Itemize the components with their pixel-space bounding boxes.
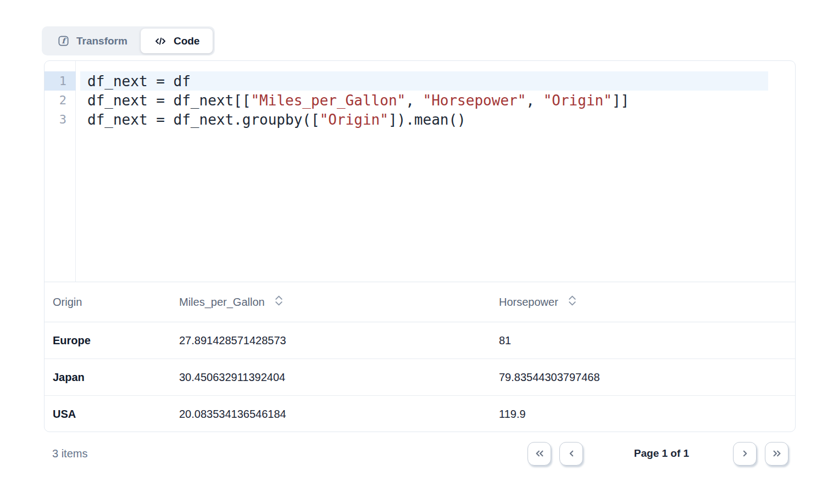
chevrons-right-icon (770, 446, 784, 461)
tab-transform[interactable]: f Transform (44, 29, 141, 53)
prev-page-button[interactable] (559, 442, 583, 466)
cell-origin: Japan (53, 371, 179, 384)
view-mode-tabbar: f Transform Code (42, 26, 215, 55)
string-token: "Origin" (543, 92, 612, 109)
code-brackets-icon (154, 35, 167, 48)
chevron-right-icon (738, 446, 752, 461)
column-header-label: Miles_per_Gallon (179, 296, 265, 309)
code-token: df_next = df_next[[ (87, 92, 251, 109)
editor-lines: 1df_next = df2df_next = df_next[["Miles_… (45, 71, 795, 129)
column-header-miles_per_gallon[interactable]: Miles_per_Gallon (179, 295, 499, 309)
line-content[interactable]: df_next = df (80, 71, 768, 91)
sort-updown-icon[interactable] (568, 295, 577, 309)
line-number: 2 (45, 91, 76, 110)
sort-updown-icon[interactable] (274, 295, 284, 309)
string-token: "Miles_per_Gallon" (251, 92, 406, 109)
table-row: USA20.083534136546184119.9 (45, 396, 795, 432)
code-token: df_next = df (87, 73, 191, 89)
first-page-button[interactable] (527, 442, 551, 466)
table-header-row: OriginMiles_per_Gallon Horsepower (45, 282, 795, 322)
last-page-button[interactable] (765, 442, 788, 466)
function-icon: f (57, 35, 70, 47)
code-token: , (406, 92, 423, 109)
cell-horsepower: 81 (499, 334, 795, 347)
code-and-result-panel: 1df_next = df2df_next = df_next[["Miles_… (44, 60, 796, 432)
table-row: Japan30.45063291139240479.83544303797468 (45, 359, 795, 396)
code-line[interactable]: 3df_next = df_next.groupby(["Origin"]).m… (45, 110, 795, 129)
cell-horsepower: 119.9 (499, 408, 795, 421)
chevron-left-icon (564, 446, 579, 461)
column-header-label: Origin (53, 296, 82, 309)
string-token: "Origin" (320, 111, 388, 128)
line-number: 1 (45, 71, 76, 91)
tab-code[interactable]: Code (141, 29, 213, 53)
next-page-button[interactable] (733, 442, 757, 466)
cell-miles-per-gallon: 20.083534136546184 (179, 408, 499, 421)
column-header-horsepower[interactable]: Horsepower (499, 295, 795, 309)
column-header-origin: Origin (53, 296, 179, 309)
line-number: 3 (45, 110, 76, 129)
cell-origin: Europe (53, 334, 179, 347)
svg-text:f: f (62, 36, 67, 45)
code-token: , (526, 92, 543, 109)
line-content[interactable]: df_next = df_next.groupby(["Origin"]).me… (80, 110, 768, 129)
cell-origin: USA (53, 408, 179, 421)
line-content[interactable]: df_next = df_next[["Miles_per_Gallon", "… (80, 91, 768, 110)
code-line[interactable]: 2df_next = df_next[["Miles_per_Gallon", … (45, 91, 795, 110)
table-row: Europe27.89142857142857381 (45, 322, 795, 359)
code-token: ]).mean() (388, 111, 466, 128)
tab-transform-label: Transform (76, 35, 127, 47)
cell-miles-per-gallon: 30.450632911392404 (179, 371, 499, 384)
items-count: 3 items (44, 447, 87, 460)
page-indicator: Page 1 of 1 (598, 447, 725, 460)
cell-miles-per-gallon: 27.891428571428573 (179, 334, 499, 347)
cell-horsepower: 79.83544303797468 (499, 371, 795, 384)
table-footer: 3 items Page 1 of 1 (44, 438, 796, 469)
string-token: "Horsepower" (423, 92, 526, 109)
table-body: Europe27.89142857142857381Japan30.450632… (45, 322, 795, 432)
tab-code-label: Code (174, 35, 200, 47)
code-line[interactable]: 1df_next = df (45, 71, 795, 91)
pagination: Page 1 of 1 (519, 442, 796, 466)
code-editor[interactable]: 1df_next = df2df_next = df_next[["Miles_… (45, 61, 795, 282)
code-token: ]] (612, 92, 629, 109)
column-header-label: Horsepower (499, 296, 558, 309)
code-token: df_next = df_next.groupby([ (87, 111, 320, 128)
chevrons-left-icon (532, 446, 547, 461)
